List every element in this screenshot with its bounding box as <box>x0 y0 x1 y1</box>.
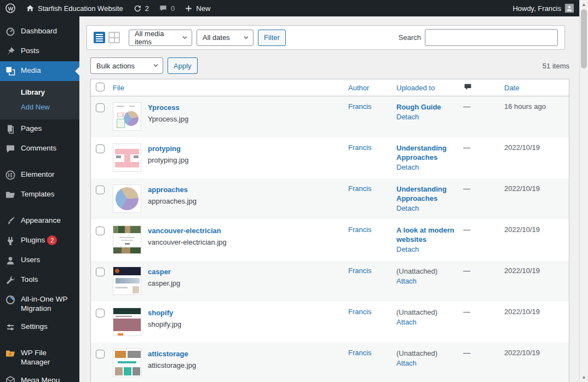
search-label: Search <box>399 33 421 42</box>
attach-detach-link[interactable]: Attach <box>396 358 459 368</box>
sidebar-item-label: Tools <box>21 275 38 284</box>
sort-uploaded-to-header[interactable]: Uploaded to <box>396 84 435 92</box>
site-name-link[interactable]: Starfish Education Website <box>21 0 128 16</box>
sidebar-item-tools[interactable]: Tools <box>0 270 79 290</box>
row-checkbox[interactable] <box>96 309 105 317</box>
sidebar-item-users[interactable]: Users <box>0 251 79 270</box>
uploaded-to-post-link[interactable]: Understanding Approaches <box>396 184 459 203</box>
attach-detach-link[interactable]: Attach <box>396 317 459 327</box>
media-type-filter-select[interactable]: All media items <box>129 30 192 46</box>
sidebar-item-label: Templates <box>21 189 55 199</box>
account-menu[interactable]: Howdy, Francis <box>507 0 579 16</box>
table-row: shopify shopify.jpg Francis (Unattached)… <box>91 302 569 343</box>
sidebar-item-comments[interactable]: Comments <box>0 139 79 159</box>
submenu-item-library[interactable]: Library <box>0 85 79 100</box>
window-scrollbar[interactable]: ▲ ▼ <box>579 0 588 382</box>
sort-date-header[interactable]: Date <box>504 84 519 92</box>
comments-menu[interactable]: 0 <box>154 0 180 16</box>
media-thumbnail[interactable] <box>113 102 141 131</box>
media-title-link[interactable]: vancouver-electrician <box>148 227 227 235</box>
sort-file-header[interactable]: File <box>113 84 124 92</box>
media-title-link[interactable]: casper <box>148 268 180 276</box>
comments-column-icon <box>463 82 472 91</box>
sidebar-item-appearance[interactable]: Appearance <box>0 211 79 231</box>
sidebar-item-migration[interactable]: All-in-One WP Migration <box>0 290 79 317</box>
new-label: New <box>196 4 210 13</box>
media-thumbnail[interactable] <box>113 225 141 254</box>
upload-date: 2022/10/19 <box>504 267 540 275</box>
attach-detach-link[interactable]: Detach <box>396 245 459 254</box>
sidebar-item-posts[interactable]: Posts <box>0 42 79 61</box>
scroll-down-arrow[interactable]: ▼ <box>580 373 588 382</box>
uploaded-to-post-link[interactable]: Understanding Approaches <box>396 143 459 162</box>
sidebar-item-settings[interactable]: Settings <box>0 317 79 337</box>
sidebar-item-wp-file-manager[interactable]: WP File Manager <box>0 344 79 371</box>
wordpress-icon <box>5 3 16 14</box>
comment-count-cell: — <box>463 184 470 193</box>
media-thumbnail[interactable] <box>113 349 141 377</box>
media-title-link[interactable]: shopify <box>148 309 181 317</box>
author-link[interactable]: Francis <box>348 267 372 275</box>
bulk-actions-select[interactable]: Bulk actions <box>90 57 163 74</box>
row-checkbox[interactable] <box>96 227 105 235</box>
plus-icon <box>185 4 193 13</box>
folder-icon <box>5 189 16 200</box>
uploaded-to-post-link[interactable]: A look at modern websites <box>396 225 459 244</box>
media-filename: Yprocess.jpg <box>148 115 188 123</box>
attach-detach-link[interactable]: Detach <box>396 112 459 121</box>
row-checkbox[interactable] <box>96 186 105 194</box>
author-link[interactable]: Francis <box>348 184 372 193</box>
attach-detach-link[interactable]: Detach <box>396 204 459 213</box>
sidebar-item-plugins[interactable]: Plugins2 <box>0 231 79 251</box>
author-link[interactable]: Francis <box>348 102 372 111</box>
sort-author-header[interactable]: Author <box>348 84 369 92</box>
row-checkbox[interactable] <box>96 144 105 153</box>
filter-button[interactable]: Filter <box>258 30 286 46</box>
wrench-icon <box>5 275 16 286</box>
scrollbar-thumb[interactable] <box>581 9 587 68</box>
sidebar-item-pages[interactable]: Pages <box>0 119 79 139</box>
row-checkbox[interactable] <box>96 268 105 276</box>
wp-logo-menu[interactable] <box>0 0 21 16</box>
media-thumbnail[interactable] <box>113 308 141 336</box>
media-thumbnail[interactable] <box>113 267 141 295</box>
media-title-link[interactable]: approaches <box>148 186 197 194</box>
new-content-menu[interactable]: New <box>180 0 215 16</box>
sidebar-item-mega-menu[interactable]: Mega Menu <box>0 371 79 382</box>
comment-count-cell: — <box>463 267 470 275</box>
media-title-link[interactable]: atticstorage <box>148 350 196 358</box>
search-input[interactable] <box>425 29 558 46</box>
uploaded-to-post-link[interactable]: Rough Guide <box>396 102 459 112</box>
chevron-down-icon <box>182 36 187 39</box>
grid-view-icon[interactable] <box>108 32 120 43</box>
scroll-up-arrow[interactable]: ▲ <box>580 0 588 9</box>
media-title-link[interactable]: Yprocess <box>148 103 188 112</box>
author-link[interactable]: Francis <box>348 225 372 234</box>
author-link[interactable]: Francis <box>348 308 372 316</box>
row-checkbox[interactable] <box>96 350 105 358</box>
apply-button[interactable]: Apply <box>168 57 198 74</box>
sidebar-item-templates[interactable]: Templates <box>0 185 79 205</box>
submenu-item-add-new[interactable]: Add New <box>0 100 79 114</box>
author-link[interactable]: Francis <box>348 143 372 152</box>
sidebar-item-dashboard[interactable]: Dashboard <box>0 22 79 42</box>
row-checkbox[interactable] <box>96 103 105 112</box>
media-thumbnail[interactable] <box>113 184 141 213</box>
list-view-icon[interactable] <box>94 32 105 43</box>
attach-detach-link[interactable]: Detach <box>396 163 459 172</box>
updates-menu[interactable]: 2 <box>128 0 154 16</box>
media-title-link[interactable]: protyping <box>148 144 188 153</box>
sidebar-item-elementor[interactable]: Elementor <box>0 165 79 185</box>
unattached-label: (Unattached) <box>396 349 459 358</box>
table-row: casper casper.jpg Francis (Unattached) A… <box>91 261 569 302</box>
author-link[interactable]: Francis <box>348 349 372 357</box>
unattached-label: (Unattached) <box>396 308 459 317</box>
date-filter-select[interactable]: All dates <box>197 30 253 46</box>
site-name: Starfish Education Website <box>38 4 123 13</box>
select-all-checkbox[interactable] <box>96 83 105 91</box>
sidebar-item-media[interactable]: Media <box>0 61 79 81</box>
sidebar-item-label: Appearance <box>21 216 61 225</box>
sort-comments-header[interactable] <box>463 85 472 93</box>
media-thumbnail[interactable] <box>113 143 141 172</box>
attach-detach-link[interactable]: Attach <box>396 276 459 286</box>
